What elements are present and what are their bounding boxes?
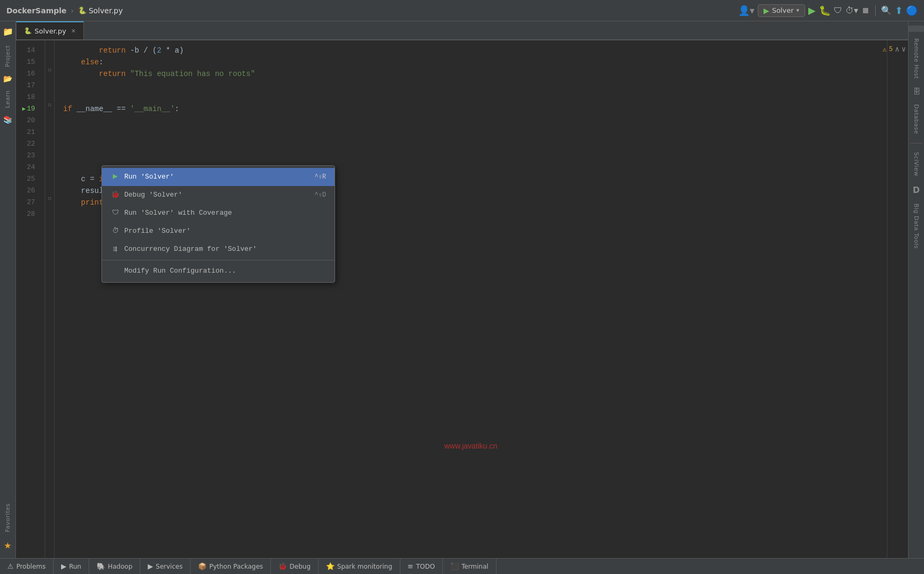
tab-file-icon: 🐍 [24,27,32,35]
code-line-22 [63,138,887,150]
run-button[interactable]: ▶ [808,5,816,16]
run-config-label: Solver [772,6,794,14]
status-bar: ⚠ Problems ▶ Run 🐘 Hadoop ▶ Services 📦 P… [0,558,924,574]
settings-button[interactable]: 🔵 [906,5,918,16]
file-name: Solver.py [89,6,123,15]
status-services[interactable]: ▶ Services [140,559,191,574]
profile-button[interactable]: ⏱▾ [845,5,858,15]
status-run[interactable]: ▶ Run [54,559,89,574]
status-hadoop[interactable]: 🐘 Hadoop [89,559,140,574]
sidebar-tab-project[interactable]: Project [2,41,13,71]
status-spark[interactable]: ⭐ Spark monitoring [319,559,400,574]
big-data-d-icon: D [911,183,922,197]
stop-button[interactable]: ⏹ [861,5,870,15]
code-line-23 [63,150,887,162]
run-config-icon: ▶ [764,6,769,15]
code-line-17 [63,80,887,91]
right-tab-database[interactable]: Database [911,99,922,140]
update-button[interactable]: ⬆ [895,5,903,16]
menu-profile-solver[interactable]: ⏱ Profile 'Solver' [102,222,335,240]
terminal-label: Terminal [461,563,489,570]
tab-label: Solver.py [35,27,66,35]
menu-debug-label: Debug 'Solver' [124,189,310,201]
status-debug[interactable]: 🐞 Debug [271,559,318,574]
sidebar-icon-folder2[interactable]: 📂 [1,72,14,85]
debug-status-icon: 🐞 [278,562,287,570]
menu-run-coverage[interactable]: 🛡 Run 'Solver' with Coverage [102,204,335,222]
fold-icon-19: ◻ [48,102,51,108]
status-problems[interactable]: ⚠ Problems [0,559,54,574]
warning-count: 5 [889,46,893,53]
coverage-button[interactable]: 🛡 [834,5,842,15]
menu-coverage-label: Run 'Solver' with Coverage [124,207,322,219]
search-button[interactable]: 🔍 [881,5,892,15]
sidebar-icon-folder[interactable]: 📁 [0,23,16,40]
gutter-fold: ◻ ◻ ◻ [45,40,55,558]
project-name[interactable]: DockerSample [6,6,66,15]
status-spacer [497,559,924,574]
tab-solver[interactable]: 🐍 Solver.py ✕ [16,21,84,39]
code-line-18 [63,91,887,103]
right-sidebar: Remote Host 🗄 Database SciView D Big Dat… [908,21,924,558]
menu-modify-label: Modify Run Configuration... [124,265,326,277]
watermark: www.javatiku.cn [444,440,498,452]
titlebar-actions: 👤▾ ▶ Solver ▾ ▶ 🐛 🛡 ⏱▾ ⏹ 🔍 ⬆ 🔵 [738,4,918,17]
editor-container: 🐍 Solver.py ✕ 14 15 16 17 18 ▶ 19 [16,21,908,558]
todo-icon: ≡ [408,562,414,570]
sidebar-tab-learn[interactable]: Learn [2,86,13,112]
code-line-19: if __name__ == '__main__': [63,103,887,115]
menu-concurrency-label: Concurrency Diagram for 'Solver' [124,243,322,255]
editor-content[interactable]: 14 15 16 17 18 ▶ 19 20 21 22 23 24 25 26 [16,40,908,558]
menu-debug-icon: 🐞 [110,189,120,201]
hadoop-label: Hadoop [108,563,132,570]
toolbar-divider [875,5,876,16]
status-python-packages[interactable]: 📦 Python Packages [191,559,271,574]
run-config-button[interactable]: ▶ Solver ▾ [758,4,805,17]
code-line-21 [63,126,887,138]
problems-label: Problems [16,563,46,570]
code-line-15: else: [63,56,887,68]
menu-debug-solver[interactable]: 🐞 Debug 'Solver' ^⇧D [102,186,335,204]
warning-nav-up[interactable]: ∧ [895,45,899,54]
debug-button[interactable]: 🐛 [819,5,831,16]
status-todo[interactable]: ≡ TODO [400,559,443,574]
code-line-14: return -b / (2 * a) [63,45,887,56]
star-icon[interactable]: ★ [1,537,14,554]
menu-modify-config[interactable]: Modify Run Configuration... [102,262,335,280]
right-gutter: ⚠ 5 ∧ ∨ [887,40,908,558]
scrollbar-thumb[interactable] [909,26,924,32]
right-sidebar-divider [910,143,922,144]
user-icon[interactable]: 👤▾ [738,5,755,16]
context-menu: ▶ Run 'Solver' ^⇧R 🐞 Debug 'Solver' ^⇧D [101,165,335,283]
run-status-label: Run [69,563,81,570]
code-line-16: return "This equation has no roots" [63,68,887,80]
run-status-icon: ▶ [61,562,66,570]
status-terminal[interactable]: ⬛ Terminal [443,559,497,574]
todo-label: TODO [416,563,434,570]
tab-close-icon[interactable]: ✕ [71,28,76,35]
menu-run-icon: ▶ [110,171,120,183]
file-icon: 🐍 [78,6,87,14]
warning-area: ⚠ 5 ∧ ∨ [883,45,906,54]
right-tab-bigdata[interactable]: Big Data Tools [911,198,922,254]
python-packages-icon: 📦 [198,562,207,570]
sidebar-icon-stack[interactable]: 📚 [1,113,14,126]
problems-icon: ⚠ [7,562,14,570]
menu-concurrency-icon: ⇶ [110,243,120,255]
menu-concurrency[interactable]: ⇶ Concurrency Diagram for 'Solver' [102,240,335,258]
spark-label: Spark monitoring [337,563,392,570]
menu-debug-shortcut: ^⇧D [314,189,326,201]
right-tab-remote-host[interactable]: Remote Host [911,33,922,84]
menu-run-solver[interactable]: ▶ Run 'Solver' ^⇧R [102,168,335,186]
warning-nav-down[interactable]: ∨ [902,45,906,54]
run-gutter-icon: ▶ [22,103,26,115]
spark-icon: ⭐ [326,562,335,570]
code-area-text[interactable]: return -b / (2 * a) else: return "This e… [55,40,887,558]
menu-divider [102,260,335,260]
hadoop-icon: 🐘 [97,562,105,570]
menu-profile-label: Profile 'Solver' [124,225,322,237]
debug-status-label: Debug [289,563,310,570]
right-tab-sciview[interactable]: SciView [911,147,922,182]
sidebar-tab-favorites[interactable]: Favorites [2,499,13,536]
warning-icon: ⚠ [883,45,887,54]
